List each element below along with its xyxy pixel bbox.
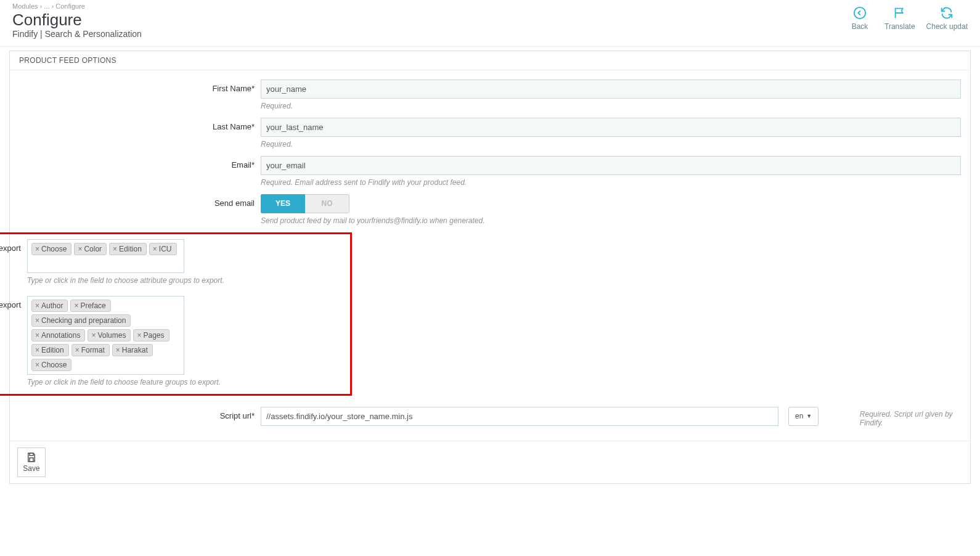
arrow-left-circle-icon: [853, 6, 867, 20]
last-name-input[interactable]: [261, 118, 961, 137]
tag[interactable]: ×Checking and preparation: [31, 314, 131, 327]
attribute-groups-help: Type or click in the field to choose att…: [27, 276, 344, 285]
translate-label: Translate: [884, 22, 915, 31]
attribute-groups-label: Attribute groups to export: [0, 239, 27, 257]
back-button[interactable]: Back: [846, 6, 873, 31]
first-name-input[interactable]: [261, 80, 961, 99]
remove-tag-icon[interactable]: ×: [153, 245, 157, 253]
page-subtitle: Findify | Search & Personalization: [12, 29, 142, 39]
remove-tag-icon[interactable]: ×: [35, 245, 39, 253]
remove-tag-icon[interactable]: ×: [91, 331, 96, 340]
feature-groups-label: Feature groups to export: [0, 296, 27, 314]
back-label: Back: [852, 22, 868, 31]
first-name-label: First Name*: [19, 80, 261, 97]
script-url-label: Script url*: [19, 407, 261, 425]
send-email-yes[interactable]: YES: [261, 194, 305, 213]
remove-tag-icon[interactable]: ×: [35, 331, 39, 340]
email-help: Required. Email address sent to Findify …: [261, 178, 961, 187]
attribute-groups-input[interactable]: ×Choose×Color×Edition×ICU: [27, 239, 184, 273]
script-url-lang-value: en: [795, 412, 803, 420]
highlight-box: Attribute groups to export ×Choose×Color…: [0, 232, 352, 396]
flag-icon: [893, 6, 907, 20]
tag[interactable]: ×Annotations: [31, 329, 85, 341]
chevron-down-icon: ▼: [806, 413, 812, 419]
save-button[interactable]: Save: [17, 448, 46, 477]
last-name-label: Last Name*: [19, 118, 261, 136]
send-email-no[interactable]: NO: [305, 194, 349, 213]
tag[interactable]: ×Preface: [70, 300, 110, 312]
remove-tag-icon[interactable]: ×: [78, 245, 82, 253]
feature-groups-help: Type or click in the field to choose fea…: [27, 378, 344, 386]
remove-tag-icon[interactable]: ×: [113, 245, 117, 253]
email-input[interactable]: [261, 156, 961, 175]
last-name-help: Required.: [261, 140, 961, 149]
tag[interactable]: ×ICU: [149, 243, 177, 255]
check-updates-button[interactable]: Check updat: [926, 6, 968, 31]
send-email-toggle[interactable]: YES NO: [261, 194, 349, 213]
remove-tag-icon[interactable]: ×: [74, 301, 78, 310]
tag[interactable]: ×Color: [74, 243, 107, 255]
panel-heading: PRODUCT FEED OPTIONS: [10, 51, 970, 70]
remove-tag-icon[interactable]: ×: [35, 361, 39, 369]
tag[interactable]: ×Author: [31, 300, 68, 312]
remove-tag-icon[interactable]: ×: [116, 346, 120, 354]
remove-tag-icon[interactable]: ×: [75, 346, 80, 354]
product-feed-panel: PRODUCT FEED OPTIONS First Name* Require…: [9, 51, 971, 484]
send-email-label: Send email: [19, 194, 261, 212]
send-email-help: Send product feed by mail to yourfriends…: [261, 216, 961, 225]
svg-point-0: [854, 7, 865, 18]
tag[interactable]: ×Choose: [31, 243, 71, 255]
tag[interactable]: ×Harakat: [112, 344, 153, 356]
check-updates-label: Check updat: [926, 22, 968, 31]
save-icon: [26, 452, 37, 463]
tag[interactable]: ×Pages: [133, 329, 169, 341]
first-name-help: Required.: [261, 102, 961, 110]
remove-tag-icon[interactable]: ×: [35, 301, 39, 310]
script-url-input[interactable]: [261, 407, 778, 426]
translate-button[interactable]: Translate: [884, 6, 915, 31]
tag[interactable]: ×Format: [71, 344, 110, 356]
email-label: Email*: [19, 156, 261, 174]
svg-rect-2: [30, 457, 33, 461]
tag[interactable]: ×Edition: [31, 344, 69, 356]
tag[interactable]: ×Choose: [31, 359, 71, 371]
page-header: Modules › ... › Configure Configure Find…: [0, 0, 980, 47]
remove-tag-icon[interactable]: ×: [35, 346, 39, 354]
feature-groups-input[interactable]: ×Author×Preface×Checking and preparation…: [27, 296, 184, 375]
save-label: Save: [23, 464, 39, 473]
refresh-icon: [940, 6, 953, 20]
script-url-help: Required. Script url given by Findify.: [860, 410, 961, 427]
tag[interactable]: ×Volumes: [88, 329, 131, 341]
remove-tag-icon[interactable]: ×: [35, 316, 39, 325]
breadcrumb: Modules › ... › Configure: [12, 2, 142, 10]
svg-rect-1: [30, 453, 33, 456]
tag[interactable]: ×Edition: [109, 243, 147, 255]
page-title: Configure: [12, 11, 142, 29]
remove-tag-icon[interactable]: ×: [137, 331, 141, 340]
script-url-lang-dropdown[interactable]: en ▼: [788, 407, 819, 426]
